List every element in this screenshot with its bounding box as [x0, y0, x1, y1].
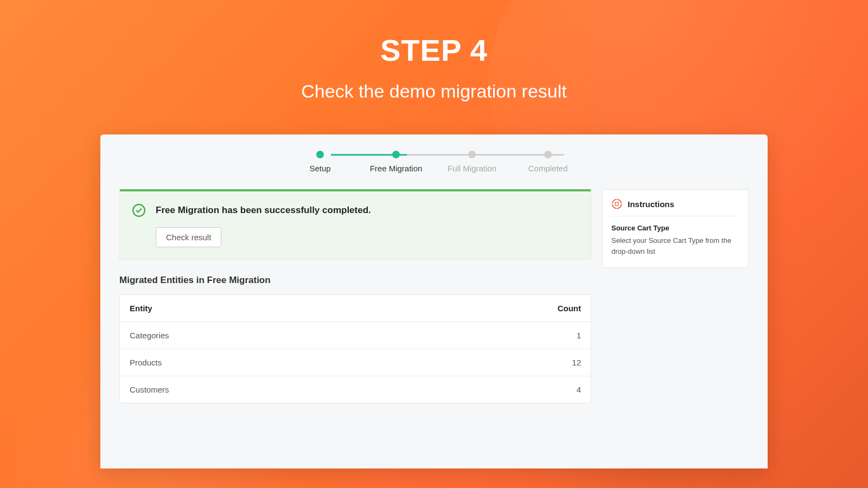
instructions-title: Instructions — [628, 200, 674, 209]
lifebuoy-icon — [611, 198, 622, 209]
instructions-panel: Instructions Source Cart Type Select you… — [602, 189, 749, 268]
svg-point-0 — [133, 204, 145, 216]
check-result-button[interactable]: Check result — [156, 227, 221, 247]
cell-entity: Customers — [130, 385, 169, 394]
step-setup[interactable]: Setup — [282, 151, 358, 173]
hero: STEP 4 Check the demo migration result — [0, 0, 868, 102]
instructions-body: Select your Source Cart Type from the dr… — [611, 235, 739, 256]
table-header: Entity Count — [120, 295, 591, 322]
table-row: Categories 1 — [120, 322, 591, 349]
cell-count: 12 — [572, 358, 581, 367]
success-banner: Free Migration has been successfully com… — [119, 189, 591, 260]
wizard-card: Setup Free Migration Full Migration Comp… — [100, 134, 768, 468]
svg-point-2 — [615, 202, 619, 206]
entities-table: Entity Count Categories 1 Products 12 Cu… — [119, 294, 591, 403]
col-count: Count — [558, 304, 581, 313]
step-connector — [407, 154, 488, 156]
step-dot-icon — [468, 151, 476, 158]
step-label: Completed — [528, 164, 568, 173]
col-entity: Entity — [130, 304, 152, 313]
cell-count: 1 — [577, 331, 581, 340]
cell-count: 4 — [577, 385, 581, 394]
entities-section-title: Migrated Entities in Free Migration — [119, 275, 591, 286]
step-dot-icon — [392, 151, 400, 158]
step-connector — [331, 154, 412, 156]
step-dot-icon — [316, 151, 324, 158]
table-row: Products 12 — [120, 349, 591, 376]
step-connector — [483, 154, 564, 156]
step-label: Free Migration — [370, 164, 423, 173]
step-label: Full Migration — [448, 164, 496, 173]
page-step-subtitle: Check the demo migration result — [0, 81, 868, 102]
step-label: Setup — [309, 164, 330, 173]
check-circle-icon — [132, 203, 146, 217]
banner-message: Free Migration has been successfully com… — [156, 205, 371, 216]
page-step-title: STEP 4 — [0, 33, 868, 68]
step-dot-icon — [544, 151, 552, 158]
cell-entity: Products — [130, 358, 162, 367]
cell-entity: Categories — [130, 331, 169, 340]
table-row: Customers 4 — [120, 376, 591, 403]
stepper: Setup Free Migration Full Migration Comp… — [282, 151, 586, 173]
instructions-subhead: Source Cart Type — [611, 224, 739, 232]
